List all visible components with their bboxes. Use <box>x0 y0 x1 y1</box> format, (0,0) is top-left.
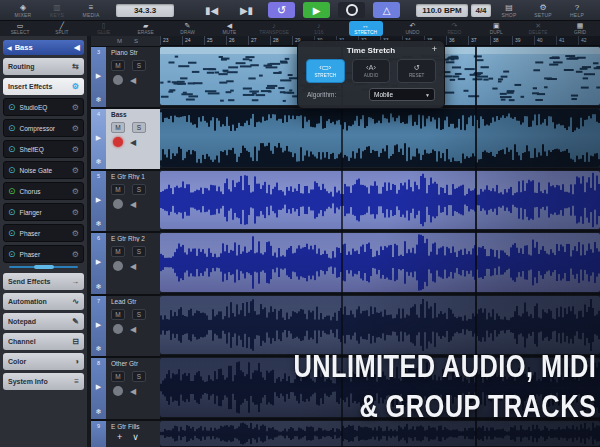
freeze-icon[interactable]: ❄ <box>96 158 102 166</box>
audio-region[interactable] <box>160 171 600 229</box>
monitor-speaker-icon[interactable]: ◀ <box>130 76 136 85</box>
tool-erase[interactable]: ▰ERASE <box>134 22 158 35</box>
send-effects-button[interactable]: Send Effects → <box>3 273 84 290</box>
tool-glue[interactable]: ▯GLUE <box>92 22 116 35</box>
collapse-track-icon[interactable]: ∨ <box>132 432 139 442</box>
reset-button[interactable]: ↺ RESET <box>397 59 436 83</box>
snap-value[interactable]: ♪1/16 <box>307 22 331 35</box>
tool-transpose[interactable]: ♪TRANSPOSE <box>259 22 289 35</box>
track-header-e-gtr-rhy-2[interactable]: 6 ▶ ❄ E Gtr Rhy 2 M S ◀ <box>91 233 160 296</box>
solo-button[interactable]: S <box>132 246 146 257</box>
automation-button[interactable]: Automation ∿ <box>3 293 84 310</box>
effect-slot-flanger[interactable]: ⊙ Flanger ⚙ <box>3 203 84 221</box>
inspector-header[interactable]: ◀ Bass ◀ <box>3 40 84 55</box>
track-arrow-icon[interactable]: ▶ <box>96 72 101 80</box>
solo-button[interactable]: S <box>132 60 146 71</box>
mute-button[interactable]: M <box>111 309 125 320</box>
tool-redo[interactable]: ↷REDO <box>442 22 466 35</box>
mute-button[interactable]: M <box>111 184 125 195</box>
insert-effects-button[interactable]: Insert Effects ⚙ <box>3 78 84 95</box>
effect-slot-phaser-2[interactable]: ⊙ Phaser ⚙ <box>3 245 84 263</box>
track-arrow-icon[interactable]: ▶ <box>96 258 101 266</box>
freeze-icon[interactable]: ❄ <box>96 283 102 291</box>
monitor-speaker-icon[interactable]: ◀ <box>130 200 136 209</box>
tempo-display[interactable]: 110.0 BPM <box>416 4 468 17</box>
freeze-icon[interactable]: ❄ <box>96 96 102 104</box>
solo-button[interactable]: S <box>132 371 146 382</box>
power-icon[interactable]: ⊙ <box>8 249 16 259</box>
sidebar-scroll-divider[interactable] <box>9 266 78 268</box>
power-icon[interactable]: ⊙ <box>8 186 16 196</box>
tool-delete[interactable]: ✕DELETE <box>526 22 550 35</box>
stretch-mode-button[interactable]: ‹▭› STRETCH <box>306 59 345 83</box>
system-info-button[interactable]: System Info ≡ <box>3 373 84 390</box>
monitor-speaker-icon[interactable]: ◀ <box>130 387 136 396</box>
routing-button[interactable]: Routing ⇆ <box>3 58 84 75</box>
mute-button[interactable]: M <box>111 371 125 382</box>
color-button[interactable]: Color ◑ <box>3 353 84 370</box>
audio-mode-button[interactable]: ‹A› AUDIO <box>352 59 391 83</box>
tool-draw[interactable]: ✎DRAW <box>176 22 200 35</box>
shop-button[interactable]: ▤ SHOP <box>492 3 526 18</box>
effect-slot-phaser-1[interactable]: ⊙ Phaser ⚙ <box>3 224 84 242</box>
freeze-icon[interactable]: ❄ <box>96 220 102 228</box>
cycle-button[interactable]: ↺ <box>268 2 295 18</box>
help-button[interactable]: ? HELP <box>560 3 594 18</box>
tool-duplicate[interactable]: ▣DUPL <box>484 22 508 35</box>
forward-button[interactable]: ▶▮ <box>233 2 260 18</box>
effect-gear-icon[interactable]: ⚙ <box>72 208 79 217</box>
solo-button[interactable]: S <box>132 309 146 320</box>
power-icon[interactable]: ⊙ <box>8 165 16 175</box>
mute-button[interactable]: M <box>111 60 125 71</box>
track-header-lead-gtr[interactable]: 7 ▶ ❄ Lead Gtr M S ◀ <box>91 296 160 358</box>
effect-gear-icon[interactable]: ⚙ <box>72 229 79 238</box>
tool-split[interactable]: ╱SPLIT <box>50 22 74 35</box>
effect-slot-studioeq[interactable]: ⊙ StudioEQ ⚙ <box>3 98 84 116</box>
solo-button[interactable]: S <box>132 122 146 133</box>
effect-slot-noise-gate[interactable]: ⊙ Noise Gate ⚙ <box>3 161 84 179</box>
effect-gear-icon[interactable]: ⚙ <box>72 166 79 175</box>
power-icon[interactable]: ⊙ <box>8 144 16 154</box>
add-track-icon[interactable]: + <box>117 432 122 442</box>
audio-region[interactable] <box>160 109 600 167</box>
tool-undo[interactable]: ↶UNDO <box>400 22 424 35</box>
metronome-button[interactable]: △ <box>373 2 400 18</box>
keys-button[interactable]: ▥ KEYS <box>40 3 74 18</box>
record-arm-button[interactable] <box>113 386 123 396</box>
track-header-bass[interactable]: 4 ▶ ❄ Bass M S ◀ <box>91 109 160 171</box>
rewind-button[interactable]: ▮◀ <box>198 2 225 18</box>
track-header-piano-str[interactable]: 3 ▶ ❄ Piano Str M S ◀ <box>91 47 160 109</box>
popup-drag-handle[interactable]: + <box>432 44 437 54</box>
record-arm-button[interactable] <box>113 199 123 209</box>
solo-button[interactable]: S <box>132 184 146 195</box>
channel-button[interactable]: Channel ⊟ <box>3 333 84 350</box>
power-icon[interactable]: ⊙ <box>8 123 16 133</box>
power-icon[interactable]: ⊙ <box>8 228 16 238</box>
monitor-speaker-icon[interactable]: ◀ <box>130 138 136 147</box>
power-icon[interactable]: ⊙ <box>8 207 16 217</box>
mute-button[interactable]: M <box>111 122 125 133</box>
tool-mute[interactable]: ◀MUTE <box>217 22 241 35</box>
track-arrow-icon[interactable]: ▶ <box>96 134 101 142</box>
effect-gear-icon[interactable]: ⚙ <box>72 250 79 259</box>
lane-e-gtr-rhy-1[interactable] <box>160 170 600 232</box>
mute-button[interactable]: M <box>111 246 125 257</box>
freeze-icon[interactable]: ❄ <box>96 408 102 416</box>
notepad-button[interactable]: Notepad ✎ <box>3 313 84 330</box>
monitor-speaker-icon[interactable]: ◀ <box>130 262 136 271</box>
mixer-button[interactable]: ◈ MIXER <box>6 3 40 18</box>
lane-e-gtr-rhy-2[interactable] <box>160 232 600 295</box>
track-header-other-gtr[interactable]: 8 ▶ ❄ Other Gtr M S ◀ <box>91 358 160 421</box>
tool-grid[interactable]: ▦GRID <box>568 22 592 35</box>
power-icon[interactable]: ⊙ <box>8 102 16 112</box>
record-arm-button[interactable] <box>113 75 123 85</box>
effect-gear-icon[interactable]: ⚙ <box>72 145 79 154</box>
track-arrow-icon[interactable]: ▶ <box>96 383 101 391</box>
track-header-e-gtr-fills[interactable]: 9 E Gtr Fills + ∨ <box>91 421 160 447</box>
time-signature-display[interactable]: 4/4 <box>471 4 491 17</box>
audio-region[interactable] <box>160 233 600 292</box>
algorithm-dropdown[interactable]: Mobile ▼ <box>369 88 435 101</box>
effect-slot-chorus[interactable]: ⊙ Chorus ⚙ <box>3 182 84 200</box>
media-button[interactable]: ≡ MEDIA <box>74 3 108 18</box>
effect-gear-icon[interactable]: ⚙ <box>72 187 79 196</box>
